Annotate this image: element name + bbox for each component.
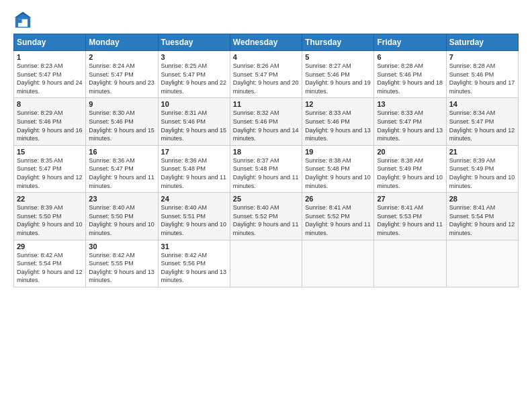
day-number: 8: [17, 100, 83, 108]
day-number: 7: [449, 53, 515, 61]
header-day-tuesday: Tuesday: [158, 34, 230, 51]
calendar-cell: 16 Sunrise: 8:36 AMSunset: 5:47 PMDaylig…: [86, 145, 158, 192]
calendar-week-1: 1 Sunrise: 8:23 AMSunset: 5:47 PMDayligh…: [14, 51, 519, 98]
logo-icon: [13, 11, 32, 30]
calendar-cell: [446, 240, 518, 287]
calendar-cell: 29 Sunrise: 8:42 AMSunset: 5:54 PMDaylig…: [14, 240, 86, 287]
calendar-cell: 3 Sunrise: 8:25 AMSunset: 5:47 PMDayligh…: [158, 51, 230, 98]
day-info: Sunrise: 8:37 AMSunset: 5:48 PMDaylight:…: [233, 156, 299, 190]
calendar-cell: 28 Sunrise: 8:41 AMSunset: 5:54 PMDaylig…: [446, 193, 518, 240]
header-day-sunday: Sunday: [14, 34, 86, 51]
day-info: Sunrise: 8:36 AMSunset: 5:47 PMDaylight:…: [89, 156, 154, 190]
calendar-cell: 9 Sunrise: 8:30 AMSunset: 5:46 PMDayligh…: [86, 98, 158, 145]
day-info: Sunrise: 8:30 AMSunset: 5:46 PMDaylight:…: [89, 109, 154, 142]
calendar-cell: 30 Sunrise: 8:42 AMSunset: 5:55 PMDaylig…: [86, 240, 158, 287]
header-day-wednesday: Wednesday: [230, 34, 302, 51]
day-info: Sunrise: 8:26 AMSunset: 5:47 PMDaylight:…: [233, 62, 299, 95]
day-info: Sunrise: 8:39 AMSunset: 5:50 PMDaylight:…: [17, 203, 83, 237]
logo: [13, 11, 35, 30]
day-info: Sunrise: 8:34 AMSunset: 5:47 PMDaylight:…: [449, 109, 515, 142]
calendar-week-4: 22 Sunrise: 8:39 AMSunset: 5:50 PMDaylig…: [14, 193, 519, 240]
day-info: Sunrise: 8:27 AMSunset: 5:46 PMDaylight:…: [305, 62, 371, 95]
calendar-cell: 31 Sunrise: 8:42 AMSunset: 5:56 PMDaylig…: [158, 240, 230, 287]
day-number: 25: [233, 195, 299, 203]
day-number: 26: [305, 195, 371, 203]
day-number: 27: [377, 195, 443, 203]
day-info: Sunrise: 8:31 AMSunset: 5:46 PMDaylight:…: [161, 109, 227, 142]
calendar-cell: 4 Sunrise: 8:26 AMSunset: 5:47 PMDayligh…: [230, 51, 302, 98]
day-number: 15: [17, 148, 83, 156]
day-number: 5: [305, 53, 371, 61]
header-day-monday: Monday: [86, 34, 158, 51]
calendar-cell: 6 Sunrise: 8:28 AMSunset: 5:46 PMDayligh…: [374, 51, 446, 98]
header-day-friday: Friday: [374, 34, 446, 51]
header-day-thursday: Thursday: [302, 34, 374, 51]
day-info: Sunrise: 8:28 AMSunset: 5:46 PMDaylight:…: [377, 62, 443, 95]
calendar-cell: [230, 240, 302, 287]
day-number: 29: [17, 242, 83, 250]
day-info: Sunrise: 8:23 AMSunset: 5:47 PMDaylight:…: [17, 62, 83, 95]
day-number: 2: [89, 53, 154, 61]
day-number: 30: [89, 242, 154, 250]
calendar-cell: 2 Sunrise: 8:24 AMSunset: 5:47 PMDayligh…: [86, 51, 158, 98]
day-number: 21: [449, 148, 515, 156]
calendar-cell: 26 Sunrise: 8:41 AMSunset: 5:52 PMDaylig…: [302, 193, 374, 240]
page: SundayMondayTuesdayWednesdayThursdayFrid…: [0, 0, 532, 411]
day-info: Sunrise: 8:42 AMSunset: 5:54 PMDaylight:…: [17, 251, 83, 285]
calendar-cell: 7 Sunrise: 8:28 AMSunset: 5:46 PMDayligh…: [446, 51, 518, 98]
day-number: 11: [233, 100, 299, 108]
calendar-week-5: 29 Sunrise: 8:42 AMSunset: 5:54 PMDaylig…: [14, 240, 519, 287]
day-number: 28: [449, 195, 515, 203]
calendar-cell: 11 Sunrise: 8:32 AMSunset: 5:46 PMDaylig…: [230, 98, 302, 145]
calendar-table: SundayMondayTuesdayWednesdayThursdayFrid…: [13, 34, 519, 287]
calendar-cell: 5 Sunrise: 8:27 AMSunset: 5:46 PMDayligh…: [302, 51, 374, 98]
day-info: Sunrise: 8:25 AMSunset: 5:47 PMDaylight:…: [161, 62, 227, 95]
day-number: 3: [161, 53, 227, 61]
calendar-cell: 19 Sunrise: 8:38 AMSunset: 5:48 PMDaylig…: [302, 145, 374, 192]
header-day-saturday: Saturday: [446, 34, 518, 51]
calendar-cell: [302, 240, 374, 287]
day-number: 4: [233, 53, 299, 61]
day-number: 19: [305, 148, 371, 156]
day-info: Sunrise: 8:39 AMSunset: 5:49 PMDaylight:…: [449, 156, 515, 190]
calendar-cell: 23 Sunrise: 8:40 AMSunset: 5:50 PMDaylig…: [86, 193, 158, 240]
day-info: Sunrise: 8:32 AMSunset: 5:46 PMDaylight:…: [233, 109, 299, 142]
calendar-cell: 14 Sunrise: 8:34 AMSunset: 5:47 PMDaylig…: [446, 98, 518, 145]
calendar-header-row: SundayMondayTuesdayWednesdayThursdayFrid…: [14, 34, 519, 51]
day-number: 18: [233, 148, 299, 156]
day-info: Sunrise: 8:42 AMSunset: 5:56 PMDaylight:…: [161, 251, 227, 285]
calendar-cell: 1 Sunrise: 8:23 AMSunset: 5:47 PMDayligh…: [14, 51, 86, 98]
calendar-cell: 20 Sunrise: 8:38 AMSunset: 5:49 PMDaylig…: [374, 145, 446, 192]
day-info: Sunrise: 8:24 AMSunset: 5:47 PMDaylight:…: [89, 62, 154, 95]
day-number: 22: [17, 195, 83, 203]
day-number: 10: [161, 100, 227, 108]
header: [13, 11, 519, 30]
calendar-cell: 24 Sunrise: 8:40 AMSunset: 5:51 PMDaylig…: [158, 193, 230, 240]
calendar-cell: 13 Sunrise: 8:33 AMSunset: 5:47 PMDaylig…: [374, 98, 446, 145]
day-number: 20: [377, 148, 443, 156]
calendar-cell: 15 Sunrise: 8:35 AMSunset: 5:47 PMDaylig…: [14, 145, 86, 192]
day-info: Sunrise: 8:41 AMSunset: 5:52 PMDaylight:…: [305, 203, 371, 237]
day-info: Sunrise: 8:28 AMSunset: 5:46 PMDaylight:…: [449, 62, 515, 95]
calendar-cell: 8 Sunrise: 8:29 AMSunset: 5:46 PMDayligh…: [14, 98, 86, 145]
calendar-cell: [374, 240, 446, 287]
calendar-cell: 22 Sunrise: 8:39 AMSunset: 5:50 PMDaylig…: [14, 193, 86, 240]
calendar-cell: 10 Sunrise: 8:31 AMSunset: 5:46 PMDaylig…: [158, 98, 230, 145]
day-info: Sunrise: 8:42 AMSunset: 5:55 PMDaylight:…: [89, 251, 154, 285]
day-number: 17: [161, 148, 227, 156]
day-info: Sunrise: 8:29 AMSunset: 5:46 PMDaylight:…: [17, 109, 83, 142]
calendar-week-3: 15 Sunrise: 8:35 AMSunset: 5:47 PMDaylig…: [14, 145, 519, 192]
svg-rect-3: [18, 19, 22, 24]
day-number: 9: [89, 100, 154, 108]
day-number: 13: [377, 100, 443, 108]
day-number: 16: [89, 148, 154, 156]
day-info: Sunrise: 8:33 AMSunset: 5:46 PMDaylight:…: [305, 109, 371, 142]
day-info: Sunrise: 8:33 AMSunset: 5:47 PMDaylight:…: [377, 109, 443, 142]
day-info: Sunrise: 8:36 AMSunset: 5:48 PMDaylight:…: [161, 156, 227, 190]
day-number: 12: [305, 100, 371, 108]
day-number: 23: [89, 195, 154, 203]
day-number: 24: [161, 195, 227, 203]
day-number: 14: [449, 100, 515, 108]
day-info: Sunrise: 8:40 AMSunset: 5:51 PMDaylight:…: [161, 203, 227, 237]
calendar-cell: 27 Sunrise: 8:41 AMSunset: 5:53 PMDaylig…: [374, 193, 446, 240]
